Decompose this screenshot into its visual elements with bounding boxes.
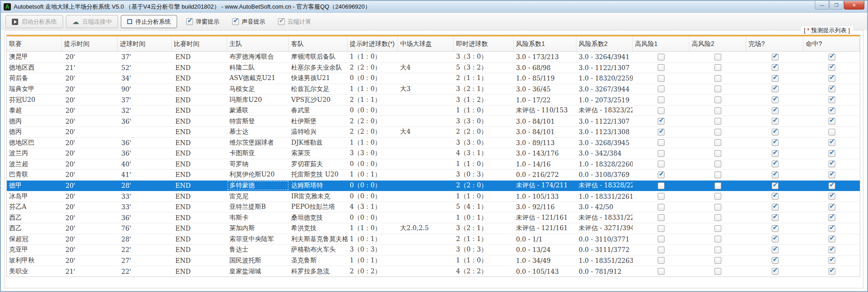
hit-checkbox[interactable] <box>828 75 835 82</box>
highrisk2-checkbox[interactable] <box>714 161 721 167</box>
table-row[interactable]: 荷后备20'34'ENDASV德戴克U21快速男孩U210（0：0）2（1：1）… <box>7 73 860 84</box>
column-header-2[interactable]: 进球时间 <box>118 36 172 51</box>
finished-checkbox[interactable] <box>772 204 779 211</box>
hit-checkbox[interactable] <box>828 64 835 71</box>
highrisk1-checkbox[interactable] <box>658 150 665 157</box>
finished-checkbox[interactable] <box>772 247 779 253</box>
finished-checkbox[interactable] <box>772 236 779 242</box>
table-row[interactable]: 泰超20'32'END蒙通联春武里0（0：0）1（1：0）未评估 - 110/1… <box>7 106 860 116</box>
highrisk1-checkbox[interactable] <box>658 182 665 189</box>
finished-checkbox[interactable] <box>772 257 779 264</box>
table-row[interactable]: 玻利甲秋20'27'END国民波托斯圣克鲁斯1（0：1）1（1：0）1.0 - … <box>7 256 860 267</box>
table-row[interactable]: 西乙20'36'END韦斯卡桑坦德竞技0（0：0）1（0：1）未评估 - 121… <box>7 212 860 223</box>
hit-checkbox[interactable] <box>828 96 835 103</box>
close-button[interactable]: ✕ <box>844 1 864 10</box>
highrisk1-checkbox[interactable] <box>658 139 665 146</box>
restore-button[interactable]: ❐ <box>829 1 843 10</box>
highrisk1-checkbox[interactable] <box>658 225 665 232</box>
column-header-10[interactable]: 风险系数2 <box>576 36 633 51</box>
table-row[interactable]: 德地区巴20'36'END维尔茨堡踢球者DJK维勒兹1（1：0）3（3：0）3.… <box>7 138 860 149</box>
hit-checkbox[interactable] <box>828 182 835 189</box>
hit-checkbox[interactable] <box>828 150 835 157</box>
table-row[interactable]: 瑞典女甲20'90'END马模女足松兹瓦尔女足1（1：0）大33（2：1）3.0… <box>7 84 860 95</box>
finished-checkbox[interactable] <box>772 75 779 82</box>
highrisk2-checkbox[interactable] <box>714 268 721 275</box>
finished-checkbox[interactable] <box>772 54 779 60</box>
finished-checkbox[interactable] <box>772 193 779 200</box>
highrisk1-checkbox[interactable] <box>658 118 665 125</box>
table-row[interactable]: 西乙20'76'END莱加内斯希洪竞技1（1：0）大2.0,2.53（2：1）未… <box>7 223 860 234</box>
highrisk2-checkbox[interactable] <box>714 54 721 60</box>
highrisk2-checkbox[interactable] <box>714 193 721 200</box>
table-row[interactable]: 芬乙A20'33'END亚特兰提斯BPEPO拉彭兰塔4（3：1）5（4：1）3.… <box>7 202 860 213</box>
finished-checkbox[interactable] <box>772 139 779 146</box>
table-row[interactable]: 波兰超20'40'END哥罗纳罗切霍茹夫0（0：0）1（1：0）1.0 - 14… <box>7 159 860 170</box>
column-header-12[interactable]: 高风险2 <box>689 36 746 51</box>
hit-checkbox[interactable] <box>828 118 835 125</box>
hit-checkbox[interactable] <box>828 193 835 200</box>
highrisk1-checkbox[interactable] <box>658 54 665 60</box>
highrisk2-checkbox[interactable] <box>714 75 721 82</box>
highrisk2-checkbox[interactable] <box>714 236 721 242</box>
highrisk2-checkbox[interactable] <box>714 257 721 264</box>
highrisk1-checkbox[interactable] <box>658 75 665 82</box>
highrisk2-checkbox[interactable] <box>714 247 721 253</box>
minimize-button[interactable]: — <box>815 1 829 10</box>
column-header-0[interactable]: 联赛 <box>7 36 62 51</box>
finished-checkbox[interactable] <box>772 268 779 275</box>
highrisk1-checkbox[interactable] <box>658 204 665 211</box>
cloud-compute-checkbox[interactable] <box>278 18 285 25</box>
highrisk1-checkbox[interactable] <box>658 64 665 71</box>
hit-checkbox[interactable] <box>828 204 835 211</box>
column-header-9[interactable]: 风险系数1 <box>514 36 576 51</box>
table-row[interactable]: 克亚甲20'22'END鲁达士萨格勒布火车头3（0：3）3（0：3）0.0 - … <box>7 245 860 256</box>
finished-checkbox[interactable] <box>772 214 779 221</box>
finished-checkbox[interactable] <box>772 182 779 189</box>
finished-checkbox[interactable] <box>772 150 779 157</box>
table-row[interactable]: 巴青联20'41'END利莫伊伦斯U20托雷斯竞技 U201（0：1）3（0：3… <box>7 170 860 181</box>
hit-checkbox[interactable] <box>828 54 835 60</box>
highrisk2-checkbox[interactable] <box>714 96 721 103</box>
column-header-8[interactable]: 即时进球数 <box>454 36 514 51</box>
hit-checkbox[interactable] <box>828 129 835 136</box>
column-header-13[interactable]: 完场? <box>746 36 804 51</box>
sound-alert-checkbox[interactable] <box>232 18 239 25</box>
table-row[interactable]: 芬冠U2020'37'END玛斯库U20VPS瓦沙U202（1：1）3（1：2）… <box>7 95 860 106</box>
column-header-4[interactable]: 主队 <box>227 36 289 51</box>
hit-checkbox[interactable] <box>828 107 835 114</box>
hit-checkbox[interactable] <box>828 236 835 242</box>
hit-checkbox[interactable] <box>828 86 835 92</box>
finished-checkbox[interactable] <box>772 118 779 125</box>
column-header-1[interactable]: 提示时间 <box>62 36 118 51</box>
finished-checkbox[interactable] <box>772 96 779 103</box>
hit-checkbox[interactable] <box>828 268 835 275</box>
finished-checkbox[interactable] <box>772 107 779 114</box>
column-header-11[interactable]: 高风险1 <box>633 36 689 51</box>
hit-checkbox[interactable] <box>828 225 835 232</box>
hit-checkbox[interactable] <box>828 139 835 146</box>
finished-checkbox[interactable] <box>772 171 779 178</box>
highrisk1-checkbox[interactable] <box>658 268 665 275</box>
highrisk2-checkbox[interactable] <box>714 182 721 189</box>
hit-checkbox[interactable] <box>828 161 835 167</box>
highrisk2-checkbox[interactable] <box>714 129 721 136</box>
cloud-connect-button[interactable]: ☁ 云端连接中 <box>66 15 118 28</box>
highrisk1-checkbox[interactable] <box>658 193 665 200</box>
highrisk2-checkbox[interactable] <box>714 214 721 221</box>
start-analysis-button[interactable]: 启动分析系统 <box>5 15 63 28</box>
table-row[interactable]: 德甲20'28'END多特蒙德达姆斯塔特0（0：0）2（2：0）未评估 - 17… <box>7 181 860 191</box>
highrisk2-checkbox[interactable] <box>714 225 721 232</box>
highrisk2-checkbox[interactable] <box>714 171 721 178</box>
highrisk2-checkbox[interactable] <box>714 118 721 125</box>
highrisk1-checkbox[interactable] <box>658 129 665 136</box>
highrisk1-checkbox[interactable] <box>658 86 665 92</box>
column-header-3[interactable]: 比赛时间 <box>172 36 227 51</box>
highrisk1-checkbox[interactable] <box>658 107 665 114</box>
table-row[interactable]: 德地区西21'52'END科隆二队杜塞尔多夫业余队2（2：0）大45（3：2）3… <box>7 63 860 74</box>
table-row[interactable]: 澳昆甲20'37'END布罗德海滩联合摩顿湾联后备队1（1：0）3（3：0）3.… <box>7 52 860 63</box>
highrisk1-checkbox[interactable] <box>658 161 665 167</box>
table-row[interactable]: 冰岛甲20'33'END雷克尼IR雷克雅未克0（0：0）1（1：0）1.0 - … <box>7 191 860 202</box>
finished-checkbox[interactable] <box>772 161 779 167</box>
popup-alert-checkbox[interactable] <box>186 18 193 25</box>
highrisk1-checkbox[interactable] <box>658 247 665 253</box>
